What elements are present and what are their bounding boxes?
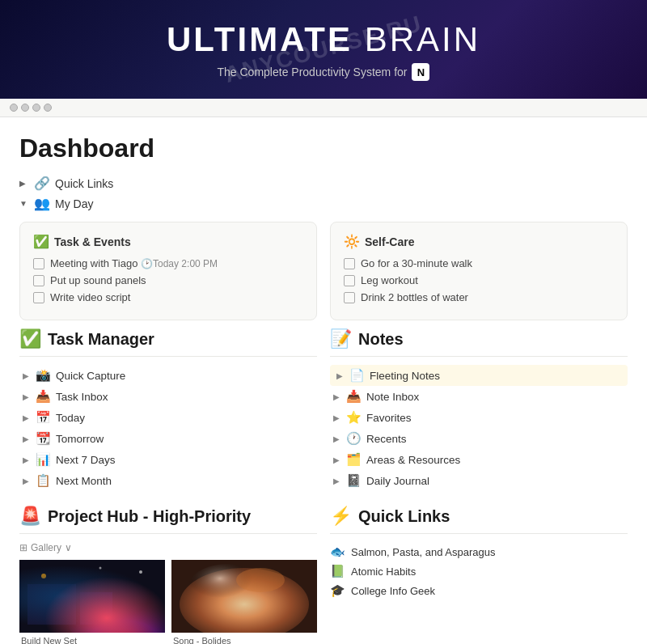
gallery-icon: ⊞ xyxy=(19,542,27,553)
notes-item-inbox[interactable]: ▶ 📥 Note Inbox xyxy=(330,386,628,407)
quick-links-section: ⚡ Quick Links 🐟 Salmon, Pasta, and Aspar… xyxy=(330,506,628,644)
task-item-3: Write video script xyxy=(33,291,303,303)
ql-icon-1: 🐟 xyxy=(330,544,345,559)
svg-point-5 xyxy=(139,570,142,574)
task-manager-title: Task Manager xyxy=(48,330,154,349)
notes-icon-6: 📓 xyxy=(346,473,362,488)
notes-title: Notes xyxy=(358,330,404,349)
tm-item-next-month[interactable]: ▶ 📋 Next Month xyxy=(19,470,317,491)
self-care-label: Self-Care xyxy=(365,235,414,248)
svg-point-10 xyxy=(236,568,285,592)
ql-label-3: College Info Geek xyxy=(351,585,435,597)
gallery-chevron: ∨ xyxy=(65,542,72,553)
page-title: Dashboard xyxy=(19,133,628,163)
self-care-item-1: Go for a 30-minute walk xyxy=(344,257,614,269)
ql-item-1[interactable]: 🐟 Salmon, Pasta, and Asparagus xyxy=(330,542,628,561)
self-care-icon: 🔆 xyxy=(344,234,360,249)
svg-rect-2 xyxy=(27,584,76,625)
ql-icon-3: 🎓 xyxy=(330,583,345,598)
sections-grid: ✅ Task Manager ▶ 📸 Quick Capture ▶ 📥 Tas… xyxy=(19,328,628,491)
svg-rect-0 xyxy=(19,560,165,633)
self-care-label-1: Go for a 30-minute walk xyxy=(361,257,472,269)
header-subtitle: The Complete Productivity System for N xyxy=(16,63,631,81)
tm-item-today[interactable]: ▶ 📅 Today xyxy=(19,407,317,428)
quick-links-header: ⚡ Quick Links xyxy=(330,506,628,534)
tm-item-tomorrow[interactable]: ▶ 📆 Tomorrow xyxy=(19,428,317,449)
toolbar xyxy=(0,99,647,117)
self-care-title: 🔆 Self-Care xyxy=(344,234,614,249)
task-events-label: Task & Events xyxy=(54,235,131,248)
task-events-title: ✅ Task & Events xyxy=(33,234,303,249)
toolbar-dot-2 xyxy=(21,104,29,112)
notes-item-recents[interactable]: ▶ 🕐 Recents xyxy=(330,428,628,449)
gallery-item-1[interactable]: Build New Set ●●●●●●●● 57% xyxy=(19,560,165,644)
project-hub-header: 🚨 Project Hub - High-Priority xyxy=(19,506,317,534)
tm-label-3: Today xyxy=(56,412,85,424)
self-care-item-3: Drink 2 bottles of water xyxy=(344,291,614,303)
toolbar-dot-4 xyxy=(44,104,52,112)
self-care-checkbox-3[interactable] xyxy=(344,292,355,303)
tm-arrow-5: ▶ xyxy=(23,455,31,464)
self-care-checkbox-2[interactable] xyxy=(344,275,355,286)
gallery-thumb-2 xyxy=(171,560,317,633)
tm-label-5: Next 7 Days xyxy=(56,454,116,466)
notes-item-fleeting[interactable]: ▶ 📄 Fleeting Notes xyxy=(330,365,628,386)
my-day-grid: ✅ Task & Events Meeting with Tiago 🕑Toda… xyxy=(19,222,628,320)
title-bold: ULTIMATE xyxy=(167,20,353,58)
tm-arrow-6: ▶ xyxy=(23,477,31,485)
task-checkbox-1[interactable] xyxy=(33,258,44,269)
task-label-3: Write video script xyxy=(50,291,130,303)
task-label-2: Put up sound panels xyxy=(50,274,146,286)
notes-item-journal[interactable]: ▶ 📓 Daily Journal xyxy=(330,470,628,491)
gallery-item-2[interactable]: Song - Bolides ●●●●●●●● 0% xyxy=(171,560,317,644)
self-care-label-2: Leg workout xyxy=(361,274,418,286)
task-manager-section: ✅ Task Manager ▶ 📸 Quick Capture ▶ 📥 Tas… xyxy=(19,328,317,491)
self-care-checkbox-1[interactable] xyxy=(344,258,355,269)
notes-arrow-4: ▶ xyxy=(333,434,341,443)
ql-item-3[interactable]: 🎓 College Info Geek xyxy=(330,581,628,600)
notes-label-4: Recents xyxy=(366,433,407,445)
toolbar-dot-3 xyxy=(32,104,40,112)
task-checkbox-3[interactable] xyxy=(33,292,44,303)
toolbar-dot-1 xyxy=(10,104,18,112)
task-item-2: Put up sound panels xyxy=(33,274,303,286)
task-checkbox-2[interactable] xyxy=(33,275,44,286)
notes-icon: 📝 xyxy=(330,328,352,350)
notes-item-favorites[interactable]: ▶ ⭐ Favorites xyxy=(330,407,628,428)
tm-arrow-2: ▶ xyxy=(23,392,31,401)
task-events-icon: ✅ xyxy=(33,234,49,249)
notion-icon: N xyxy=(412,63,429,81)
nav-my-day[interactable]: ▼ 👥 My Day xyxy=(19,193,628,214)
tm-arrow-3: ▶ xyxy=(23,413,31,422)
title-light: BRAIN xyxy=(365,20,480,58)
notes-icon-3: ⭐ xyxy=(346,410,362,425)
bottom-grid: 🚨 Project Hub - High-Priority ⊞ Gallery … xyxy=(19,506,628,644)
self-care-item-2: Leg workout xyxy=(344,274,614,286)
gallery-caption-1: Build New Set ●●●●●●●● 57% xyxy=(19,633,165,644)
nav-quick-links-arrow: ▶ xyxy=(19,179,29,188)
gallery-item-title-1: Build New Set xyxy=(21,636,163,644)
task-manager-header: ✅ Task Manager xyxy=(19,328,317,357)
notes-item-areas[interactable]: ▶ 🗂️ Areas & Resources xyxy=(330,449,628,470)
task-meta-1: 🕑Today 2:00 PM xyxy=(141,258,218,269)
tm-icon-1: 📸 xyxy=(36,368,51,383)
ql-label-1: Salmon, Pasta, and Asparagus xyxy=(351,546,496,558)
nav-my-day-icon: 👥 xyxy=(34,196,50,211)
notes-label-2: Note Inbox xyxy=(366,391,419,403)
svg-rect-3 xyxy=(80,592,112,625)
tm-item-task-inbox[interactable]: ▶ 📥 Task Inbox xyxy=(19,386,317,407)
notes-arrow-5: ▶ xyxy=(333,455,341,464)
ql-item-2[interactable]: 📗 Atomic Habits xyxy=(330,561,628,581)
tm-item-next7[interactable]: ▶ 📊 Next 7 Days xyxy=(19,449,317,470)
notes-section: 📝 Notes ▶ 📄 Fleeting Notes ▶ 📥 Note Inbo… xyxy=(330,328,628,491)
tm-label-4: Tomorrow xyxy=(56,433,104,445)
nav-quick-links[interactable]: ▶ 🔗 Quick Links xyxy=(19,173,628,193)
gallery-label[interactable]: ⊞ Gallery ∨ xyxy=(19,542,317,553)
notes-arrow-1: ▶ xyxy=(336,371,345,380)
task-item-1: Meeting with Tiago 🕑Today 2:00 PM xyxy=(33,257,303,269)
tm-arrow-1: ▶ xyxy=(23,371,31,380)
notes-icon-2: 📥 xyxy=(346,389,362,404)
tm-item-quick-capture[interactable]: ▶ 📸 Quick Capture xyxy=(19,365,317,386)
gallery-grid: Build New Set ●●●●●●●● 57% xyxy=(19,560,317,644)
project-hub-icon: 🚨 xyxy=(19,506,41,527)
